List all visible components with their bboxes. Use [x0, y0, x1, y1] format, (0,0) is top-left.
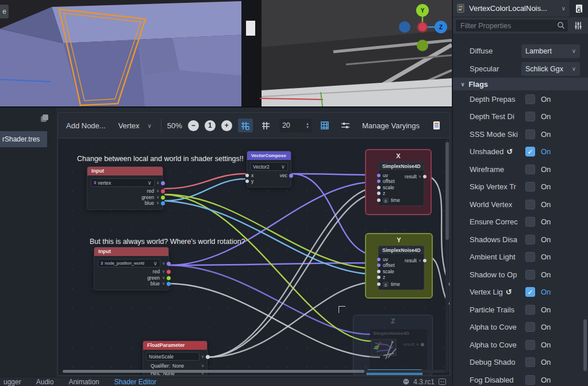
bottom-tab-debugger[interactable]: ugger [3, 378, 21, 386]
input-port-z[interactable] [377, 276, 381, 279]
graph-comment: Change between local and world in shader… [77, 155, 244, 163]
viewport-3d[interactable]: Y Z e [0, 0, 452, 106]
checkbox[interactable] [525, 322, 535, 332]
vector-type-dropdown[interactable]: Vector2 ∨ [250, 162, 288, 171]
port-label: scale [383, 185, 394, 190]
checkbox[interactable] [525, 252, 535, 262]
inspector-scrollbar[interactable] [583, 319, 587, 371]
vec3-badge: 3 [101, 261, 103, 266]
checkbox[interactable] [525, 200, 535, 209]
filter-properties-input[interactable] [455, 19, 568, 32]
input-port-scale[interactable] [377, 186, 381, 189]
graph-vscrollbar[interactable] [445, 140, 449, 373]
output-port-vec[interactable] [167, 262, 171, 266]
checkbox[interactable] [525, 112, 535, 121]
add-node-button[interactable]: Add Node... [63, 119, 109, 132]
node-vector-compose[interactable]: VectorCompose Vector2 ∨ x vec∨ y [247, 151, 291, 188]
parameter-name-field[interactable]: NoiseScale [146, 352, 199, 361]
checkbox[interactable] [525, 340, 535, 350]
input-port-y[interactable] [245, 179, 249, 183]
checkbox[interactable] [525, 305, 535, 315]
zoom-out-button[interactable]: − [188, 120, 199, 131]
checkbox[interactable] [525, 94, 535, 104]
checkbox[interactable] [525, 357, 535, 367]
input-port-uv[interactable] [377, 258, 381, 261]
zoom-reset-button[interactable]: 1 [205, 120, 216, 131]
zoom-in-button[interactable]: + [221, 120, 232, 131]
qualifier-dropdown[interactable]: Qualifier: None ∨ [146, 362, 204, 369]
checkbox[interactable]: ✓ [525, 287, 535, 297]
snap-toggle-icon[interactable] [238, 119, 253, 132]
spin-down-icon[interactable]: ▾ [306, 125, 309, 129]
checkbox[interactable] [525, 182, 535, 192]
revert-icon[interactable]: ↺ [506, 288, 512, 296]
input-port-z[interactable] [377, 192, 381, 195]
node-simplex-noise-x[interactable]: SimplexNoise4D result ∨ uv offset scale … [378, 162, 424, 206]
gizmo-axis-neg-y[interactable] [417, 40, 428, 51]
bottom-tab-shader-editor[interactable]: Shader Editor [114, 378, 156, 386]
resource-dropdown[interactable]: VertexColorLocalNois... ∨ [453, 4, 570, 13]
output-port-result[interactable] [423, 175, 426, 178]
specular-dropdown[interactable]: Schlick Ggx ∨ [521, 62, 580, 76]
port-expand-icon[interactable]: ∨ [156, 181, 159, 185]
bottom-tab-animation[interactable]: Animation [68, 378, 99, 386]
output-port-red[interactable] [167, 270, 171, 274]
output-port-vec[interactable] [289, 174, 293, 178]
revert-icon[interactable]: ↺ [506, 147, 513, 156]
group-node-y[interactable]: Y SimplexNoise4D result ∨ uv offset scal… [365, 233, 433, 299]
copy-icon[interactable] [41, 114, 48, 122]
input-port-time[interactable] [377, 282, 381, 286]
input-port-scale[interactable] [377, 270, 381, 273]
output-port-blue[interactable] [161, 201, 165, 205]
viewport-side-tab[interactable]: e [0, 5, 9, 18]
time-value-field[interactable]: 0 [383, 198, 389, 203]
checkbox[interactable] [525, 270, 535, 280]
time-value-field[interactable]: 0 [383, 282, 389, 287]
section-title: Flags [468, 80, 488, 89]
doc-search-button[interactable] [570, 0, 588, 17]
output-port-green[interactable] [161, 196, 165, 200]
node-input-vertex[interactable]: Input 3 vertex ∨ ∨ red∨ green∨ [87, 166, 163, 210]
varyings-grid-icon[interactable] [317, 119, 332, 132]
shader-graph-canvas[interactable]: Change between local and world in shader… [58, 138, 449, 375]
port-expand-icon[interactable]: ∨ [162, 261, 165, 266]
node-title: Input [94, 247, 168, 256]
bottom-tab-audio[interactable]: Audio [36, 378, 54, 386]
specular-value: Schlick Ggx [525, 65, 563, 73]
snap-distance-spinbox[interactable]: 20 ▴ ▾ [279, 119, 312, 132]
checkbox[interactable] [525, 129, 535, 139]
node-simplex-noise-y[interactable]: SimplexNoise4D result ∨ uv offset scale … [378, 246, 424, 290]
output-port-red[interactable] [161, 189, 165, 193]
input-source-dropdown[interactable]: 3 node_position_world ∨ [98, 259, 160, 267]
input-port-offset[interactable] [377, 263, 381, 267]
gizmo-axis-x[interactable] [418, 23, 427, 32]
checkbox[interactable] [525, 235, 535, 244]
shader-mode-dropdown[interactable]: Vertex ∨ [115, 119, 155, 132]
inspector-tools-icon[interactable] [571, 19, 586, 33]
output-port-result[interactable] [423, 259, 426, 262]
input-port-x[interactable] [245, 174, 249, 177]
output-port-blue[interactable] [167, 282, 171, 286]
input-port-offset[interactable] [377, 179, 381, 183]
grid-pattern-icon[interactable] [259, 119, 274, 132]
node-input-world-position[interactable]: Input 3 node_position_world ∨ ∨ red∨ [94, 247, 169, 291]
update-indicator-icon[interactable] [439, 379, 446, 385]
input-port-time[interactable] [377, 198, 381, 202]
checkbox[interactable] [525, 375, 535, 385]
manage-varyings-button[interactable]: Manage Varyings [359, 119, 423, 132]
gizmo-axis-neg-z[interactable] [399, 21, 410, 33]
shader-file-tab[interactable]: rShader.tres [0, 131, 47, 147]
checkbox[interactable]: ✓ [525, 147, 535, 156]
checkbox[interactable] [525, 217, 535, 227]
output-port-vec[interactable] [161, 181, 165, 185]
diffuse-dropdown[interactable]: Lambert ∨ [521, 44, 580, 58]
graph-hscrollbar[interactable] [63, 370, 445, 373]
input-source-dropdown[interactable]: 3 vertex ∨ [91, 178, 155, 187]
output-port-green[interactable] [167, 276, 171, 280]
group-node-x[interactable]: X SimplexNoise4D result ∨ uv offset scal… [365, 149, 432, 215]
checkbox[interactable] [525, 165, 535, 174]
output-port-parameter[interactable] [206, 355, 210, 359]
input-port-uv[interactable] [377, 174, 381, 177]
flags-section-header[interactable]: ∨ Flags [453, 78, 588, 90]
sort-options-icon[interactable] [338, 119, 353, 132]
